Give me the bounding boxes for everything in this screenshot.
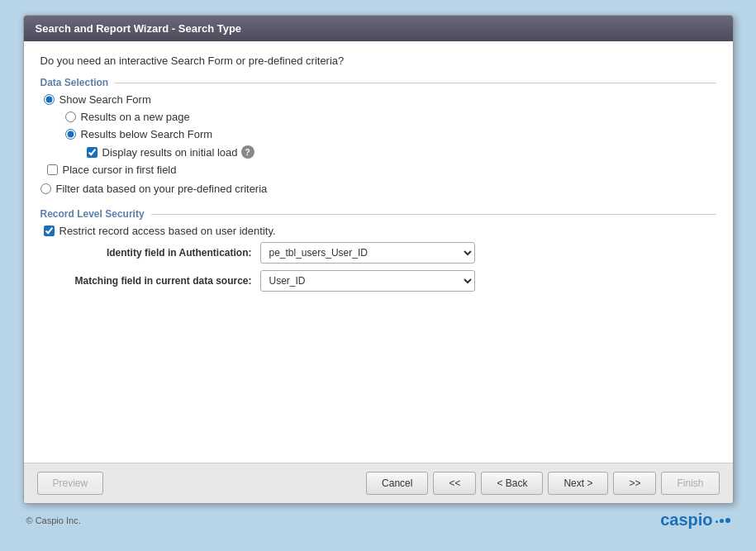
show-search-form-radio[interactable] <box>44 94 55 105</box>
results-below-label[interactable]: Results below Search Form <box>65 128 716 140</box>
filter-data-radio[interactable] <box>40 183 51 194</box>
results-below-radio[interactable] <box>65 129 76 140</box>
results-new-page-radio[interactable] <box>65 112 76 122</box>
show-search-form-text: Show Search Form <box>59 93 151 106</box>
restrict-access-text: Restrict record access based on user ide… <box>59 225 276 237</box>
back-button[interactable]: < Back <box>481 472 543 495</box>
sub-options: Results on a new page Results below Sear… <box>65 111 716 159</box>
restrict-access-checkbox[interactable] <box>44 226 55 236</box>
dialog-body: Do you need an interactive Search Form o… <box>24 41 733 446</box>
footer-left: Preview <box>37 472 104 495</box>
filter-data-label[interactable]: Filter data based on your pre-defined cr… <box>40 183 268 195</box>
cancel-button[interactable]: Cancel <box>366 472 428 495</box>
restrict-access-group: Restrict record access based on user ide… <box>44 225 716 237</box>
dot-1 <box>716 520 718 523</box>
matching-field-select[interactable]: User_ID <box>260 270 475 292</box>
help-icon[interactable]: ? <box>241 145 254 159</box>
dot-2 <box>720 519 724 523</box>
filter-data-option: Filter data based on your pre-defined cr… <box>40 183 716 195</box>
identity-field-select[interactable]: pe_tbl_users_User_ID <box>260 242 475 264</box>
filter-data-text: Filter data based on your pre-defined cr… <box>56 183 268 195</box>
dialog: Search and Report Wizard - Search Type D… <box>23 15 734 504</box>
results-below-text: Results below Search Form <box>81 128 213 140</box>
identity-field-row: Identity field in Authentication: pe_tbl… <box>62 242 716 264</box>
results-new-page-text: Results on a new page <box>81 111 190 123</box>
forward-button[interactable]: >> <box>613 472 656 495</box>
data-selection-label: Data Selection <box>40 77 716 88</box>
display-initial-load-text: Display results on initial load <box>102 146 238 159</box>
main-question: Do you need an interactive Search Form o… <box>40 55 716 67</box>
record-level-security-section: Record Level Security Restrict record ac… <box>40 208 716 292</box>
copyright-text: © Caspio Inc. <box>26 515 81 525</box>
restrict-access-label[interactable]: Restrict record access based on user ide… <box>44 225 716 237</box>
back-back-button[interactable]: << <box>433 472 476 495</box>
results-new-page-label[interactable]: Results on a new page <box>65 111 716 123</box>
display-initial-load-checkbox[interactable] <box>87 147 97 158</box>
next-button[interactable]: Next > <box>548 472 608 495</box>
show-search-form-option: Show Search Form Results on a new page R… <box>44 93 716 176</box>
place-cursor-checkbox[interactable] <box>47 164 58 175</box>
footer-right: Cancel << < Back Next > >> Finish <box>366 472 719 495</box>
identity-field-label: Identity field in Authentication: <box>62 247 252 259</box>
matching-field-label: Matching field in current data source: <box>62 275 252 287</box>
logo-dots <box>716 518 730 523</box>
finish-button[interactable]: Finish <box>661 472 719 495</box>
dialog-footer: Preview Cancel << < Back Next > >> Finis… <box>24 463 733 503</box>
page-wrapper: Search and Report Wizard - Search Type D… <box>0 0 756 551</box>
dot-3 <box>725 518 730 523</box>
matching-field-row: Matching field in current data source: U… <box>62 270 716 292</box>
preview-button[interactable]: Preview <box>37 472 104 495</box>
record-level-security-label: Record Level Security <box>40 208 716 220</box>
dialog-title: Search and Report Wizard - Search Type <box>36 22 242 35</box>
caspio-footer: © Caspio Inc. caspio <box>23 504 734 536</box>
caspio-logo: caspio <box>660 511 730 530</box>
show-search-form-radio-label[interactable]: Show Search Form <box>44 93 716 106</box>
display-initial-load-label[interactable]: Display results on initial load ? <box>87 145 716 159</box>
logo-text: caspio <box>660 511 712 530</box>
place-cursor-text: Place cursor in first field <box>63 164 177 176</box>
dialog-titlebar: Search and Report Wizard - Search Type <box>24 16 733 41</box>
display-initial-load-group: Display results on initial load ? <box>87 145 716 159</box>
place-cursor-label[interactable]: Place cursor in first field <box>47 164 716 176</box>
